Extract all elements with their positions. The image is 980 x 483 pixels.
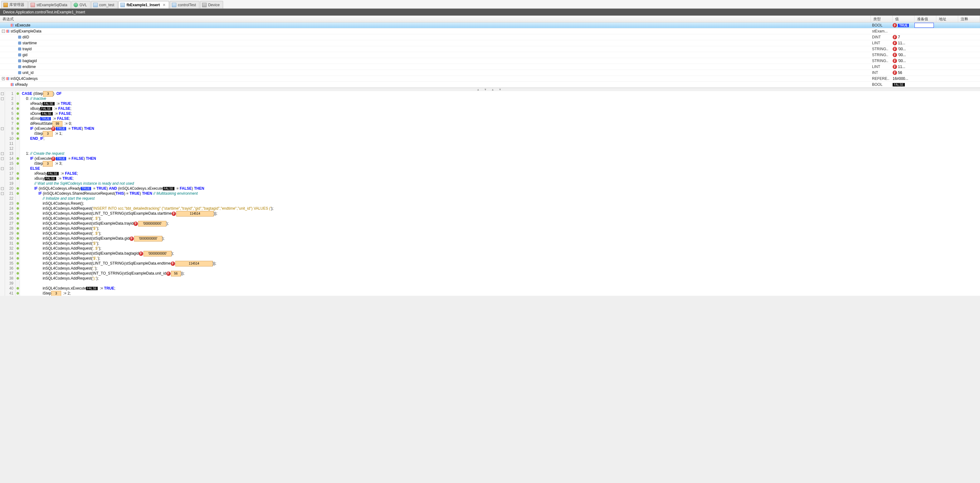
tree-toggle-icon[interactable]: + [2, 77, 5, 80]
fold-toggle-icon[interactable]: − [1, 152, 4, 155]
code-line[interactable]: inSQL4Codesys.AddRequest(', $''); [22, 246, 980, 251]
variable-expression-cell[interactable]: xReady [0, 83, 871, 87]
variable-value-cell[interactable]: FALSE [892, 83, 915, 86]
variable-row[interactable]: +inSQL4CodesysREFERE..16#000... [0, 76, 980, 82]
col-header-comment[interactable]: 注释 [958, 16, 980, 22]
code-line[interactable]: ELSE [22, 166, 980, 171]
variable-expression-cell[interactable]: endtime [0, 65, 871, 69]
code-line[interactable]: inSQL4Codesys.AddRequest('$','); [22, 256, 980, 261]
code-line[interactable]: inSQL4Codesys.Reset(); [22, 201, 980, 206]
variable-value-cell[interactable]: 16#000... [892, 76, 915, 81]
code-line[interactable]: xErrorTRUE := FALSE; [22, 116, 980, 121]
fold-toggle-icon[interactable]: − [1, 92, 4, 95]
variable-expression-cell[interactable]: bagtagid [0, 59, 871, 63]
variable-value-cell[interactable]: F'00... [892, 53, 915, 57]
tab-fbExample1_Insert[interactable]: fbExample1_Insert✕ [118, 1, 169, 8]
prepared-value-cell[interactable] [915, 23, 936, 28]
col-header-value[interactable]: 值 [892, 16, 915, 22]
code-line[interactable]: inSQL4Codesys.AddRequest(LINT_TO_STRING(… [22, 211, 980, 216]
variable-row[interactable]: −stSqlExampleDatastExam... [0, 29, 980, 34]
code-line[interactable]: xReadyFALSE := TRUE; [22, 101, 980, 106]
variable-value-cell[interactable]: F'00... [892, 59, 915, 63]
code-line[interactable]: IF (xExecuteFTRUE = TRUE) THEN [22, 126, 980, 131]
variable-expression-cell[interactable]: gid [0, 53, 871, 57]
code-line[interactable]: inSQL4Codesys.AddRequest('INSERT INTO sc… [22, 206, 980, 211]
code-line[interactable]: inSQL4Codesys.AddRequest(stSqlExampleDat… [22, 251, 980, 256]
code-line[interactable]: inSQL4Codesys.AddRequest(INT_TO_STRING(s… [22, 271, 980, 276]
variable-row[interactable]: bagtagidSTRING..F'00... [0, 58, 980, 64]
col-header-prepared-value[interactable]: 准备值 [915, 16, 936, 22]
code-line[interactable]: IF (xExecuteFTRUE = FALSE) THEN [22, 156, 980, 161]
code-line[interactable]: inSQL4Codesys.AddRequest('$''); [22, 241, 980, 246]
tab-Device[interactable]: Device [200, 1, 223, 8]
variable-value-cell[interactable]: F'00... [892, 47, 915, 51]
code-line[interactable]: IF (inSQL4Codesys.xReadyTRUE = TRUE) AND… [22, 186, 980, 191]
fold-toggle-icon[interactable]: − [1, 127, 4, 130]
code-line[interactable]: xDoneFALSE := FALSE; [22, 111, 980, 116]
code-line[interactable]: inSQL4Codesys.xExecuteFALSE := TRUE; [22, 286, 980, 291]
code-line[interactable]: inSQL4Codesys.AddRequest('$''); [22, 226, 980, 231]
code-line[interactable]: iStep3 := 3; [22, 161, 980, 166]
variable-value-cell[interactable]: F11... [892, 41, 915, 45]
tab-GVL[interactable]: GVL [72, 1, 91, 8]
code-line[interactable]: xBusyFALSE := TRUE; [22, 176, 980, 181]
fold-toggle-icon[interactable]: − [1, 167, 4, 170]
tab-controlTest[interactable]: controlTest [170, 1, 199, 8]
col-header-address[interactable]: 地址 [936, 16, 958, 22]
code-line[interactable]: 1: // Create the request [22, 151, 980, 156]
code-line[interactable]: inSQL4Codesys.AddRequest(','); [22, 266, 980, 271]
code-lines[interactable]: CASE (iStep3) OF 0: // Inactive xReadyFA… [20, 91, 980, 296]
close-icon[interactable]: ✕ [162, 3, 165, 7]
tab-com_test[interactable]: com_test [91, 1, 118, 8]
code-line[interactable]: xReadyFALSE := FALSE; [22, 171, 980, 176]
prepared-value-input[interactable] [915, 23, 934, 28]
code-line[interactable]: inSQL4Codesys.AddRequest(', $''); [22, 231, 980, 236]
code-line[interactable]: iStep3 := 1; [22, 131, 980, 136]
variable-row[interactable]: diIDDINTF7 [0, 34, 980, 40]
code-line[interactable]: xBusyFALSE := FALSE; [22, 106, 980, 111]
variable-expression-cell[interactable]: unit_id [0, 70, 871, 75]
variable-value-cell[interactable]: FTRUE [892, 23, 915, 27]
code-line[interactable]: END_IF; [22, 136, 980, 141]
code-line[interactable]: inSQL4Codesys.AddRequest(');'); [22, 276, 980, 281]
variable-row[interactable]: unit_idINTF56 [0, 70, 980, 76]
col-header-type[interactable]: 类型 [871, 16, 892, 22]
fold-toggle-icon[interactable]: − [1, 157, 4, 160]
variable-row[interactable]: endtimeLINTF11... [0, 64, 980, 70]
tree-toggle-icon[interactable]: − [2, 30, 5, 33]
code-line[interactable] [22, 146, 980, 151]
pane-splitter[interactable]: ▲ ▼ ▲ ▼ [0, 88, 980, 91]
variable-value-cell[interactable]: F7 [892, 35, 915, 39]
code-line[interactable]: // Wait until the Sql4Codesys instance i… [22, 181, 980, 186]
variable-expression-cell[interactable]: −stSqlExampleData [0, 29, 871, 33]
variable-row[interactable]: starttimeLINTF11... [0, 40, 980, 46]
variable-expression-cell[interactable]: xExecute [0, 23, 871, 27]
tab-库管理器[interactable]: 库管理器 [1, 1, 28, 8]
fold-toggle-icon[interactable]: − [1, 187, 4, 190]
code-line[interactable]: inSQL4Codesys.AddRequest(', $''); [22, 216, 980, 221]
code-line[interactable]: inSQL4Codesys.AddRequest(stSqlExampleDat… [22, 236, 980, 241]
code-line[interactable]: // Initialize and start the request [22, 196, 980, 201]
code-line[interactable]: 0: // Inactive [22, 96, 980, 101]
code-line[interactable] [22, 281, 980, 286]
code-line[interactable]: inSQL4Codesys.AddRequest(LINT_TO_STRING(… [22, 261, 980, 266]
code-editor[interactable]: −−−−−−−− 1234567891011121314151617181920… [0, 91, 980, 296]
col-header-expression[interactable]: 表达式 [0, 16, 871, 22]
variable-row[interactable]: xExecuteBOOLFTRUE [0, 22, 980, 29]
fold-column[interactable]: −−−−−−−− [0, 91, 5, 296]
variable-expression-cell[interactable]: +inSQL4Codesys [0, 76, 871, 81]
variable-expression-cell[interactable]: trayid [0, 47, 871, 51]
code-line[interactable]: inSQL4Codesys.AddRequest(stSqlExampleDat… [22, 221, 980, 226]
variable-row[interactable]: trayidSTRING..F'00... [0, 46, 980, 52]
fold-toggle-icon[interactable]: − [1, 192, 4, 195]
code-line[interactable] [22, 141, 980, 146]
variable-value-cell[interactable]: F56 [892, 70, 915, 75]
code-line[interactable]: IF (inSQL4Codesys.SharedResourceRequest(… [22, 191, 980, 196]
tab-stExampleSqlData[interactable]: stExampleSqlData [29, 1, 71, 8]
variable-row[interactable]: xReadyBOOLFALSE [0, 82, 980, 88]
code-line[interactable]: diResultState99 := 0; [22, 121, 980, 126]
code-line[interactable]: iStep3 := 2; [22, 291, 980, 296]
code-line[interactable]: CASE (iStep3) OF [22, 91, 980, 96]
variable-value-cell[interactable]: F11... [892, 65, 915, 69]
variable-expression-cell[interactable]: starttime [0, 41, 871, 45]
